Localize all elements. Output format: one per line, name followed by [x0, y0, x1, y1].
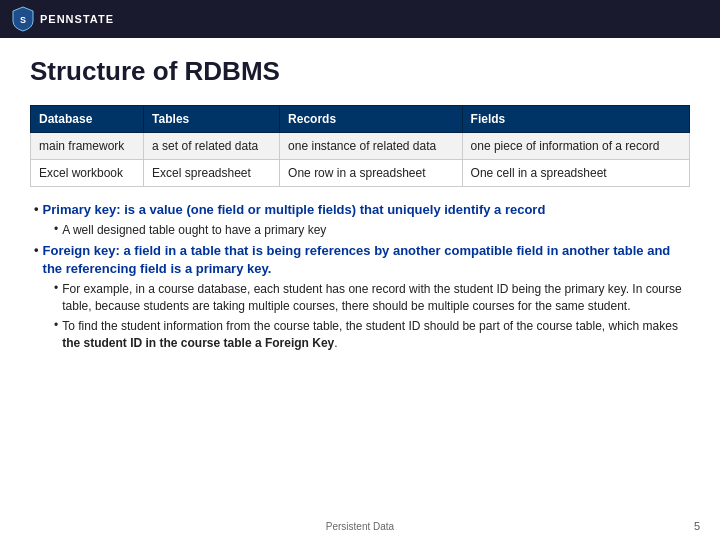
row1-records: one instance of related data — [280, 133, 462, 160]
sub-bullet-2-2: • To find the student information from t… — [54, 318, 690, 352]
col-header-tables: Tables — [144, 106, 280, 133]
slide-content: Structure of RDBMS Database Tables Recor… — [0, 38, 720, 365]
row1-database: main framework — [31, 133, 144, 160]
sub-bullet-dot-2-1: • — [54, 281, 58, 315]
sub-bullet-2-1: • For example, in a course database, eac… — [54, 281, 690, 315]
table-row: Excel workbook Excel spreadsheet One row… — [31, 160, 690, 187]
bullet-item-1: • Primary key: is a value (one field or … — [34, 201, 690, 219]
slide-title: Structure of RDBMS — [30, 56, 690, 87]
pennstate-logo: S PENNSTATE — [12, 6, 114, 32]
bullet-text-2: Foreign key: a field in a table that is … — [43, 242, 690, 278]
header-bar: S PENNSTATE — [0, 0, 720, 38]
svg-text:S: S — [20, 15, 26, 25]
sub-bullet-text-2-2: To find the student information from the… — [62, 318, 690, 352]
row2-tables: Excel spreadsheet — [144, 160, 280, 187]
rdbms-table: Database Tables Records Fields main fram… — [30, 105, 690, 187]
footer-center: Persistent Data — [0, 521, 720, 532]
bold-foreign-key: the student ID in the course table a For… — [62, 336, 334, 350]
sub-bullet-1-1: • A well designed table ought to have a … — [54, 222, 690, 239]
sub-bullet-dot-1-1: • — [54, 222, 58, 239]
table-row: main framework a set of related data one… — [31, 133, 690, 160]
row2-database: Excel workbook — [31, 160, 144, 187]
row1-fields: one piece of information of a record — [462, 133, 689, 160]
sub-bullet-text-1-1: A well designed table ought to have a pr… — [62, 222, 326, 239]
bullet-list: • Primary key: is a value (one field or … — [30, 201, 690, 352]
bullet-dot-2: • — [34, 242, 39, 278]
bullet-text-1: Primary key: is a value (one field or mu… — [43, 201, 546, 219]
university-name: PENNSTATE — [40, 13, 114, 25]
sub-bullet-dot-2-2: • — [54, 318, 58, 352]
slide-container: S PENNSTATE Structure of RDBMS Database … — [0, 0, 720, 540]
footer-page: 5 — [694, 520, 700, 532]
row2-records: One row in a spreadsheet — [280, 160, 462, 187]
row2-fields: One cell in a spreadsheet — [462, 160, 689, 187]
bullet-2-blue: Foreign key: a field in a table that is … — [43, 243, 671, 276]
bullet-item-2: • Foreign key: a field in a table that i… — [34, 242, 690, 278]
sub-bullet-text-2-1: For example, in a course database, each … — [62, 281, 690, 315]
col-header-records: Records — [280, 106, 462, 133]
lion-shield-icon: S — [12, 6, 34, 32]
col-header-database: Database — [31, 106, 144, 133]
bullet-1-blue: Primary key: is a value (one field or mu… — [43, 202, 546, 217]
col-header-fields: Fields — [462, 106, 689, 133]
row1-tables: a set of related data — [144, 133, 280, 160]
bullet-dot-1: • — [34, 201, 39, 219]
